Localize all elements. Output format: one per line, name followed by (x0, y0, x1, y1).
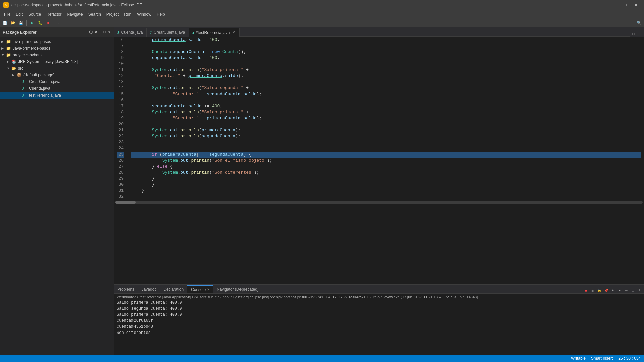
tab-declaration[interactable]: Declaration (160, 285, 187, 293)
scroll-lock-icon[interactable]: 🔒 (596, 287, 602, 293)
tree-item-jre[interactable]: ▶ 📚 JRE System Library [JavaSE-1.8] (0, 58, 114, 65)
code-lines[interactable]: primeraCuenta.saldo = 400; Cuenta segund… (128, 37, 644, 200)
code-editor[interactable]: 6 7 8 9 10 11 12 13 14 15 16 17 18 19 (114, 37, 644, 284)
java-icon: J (150, 30, 152, 34)
tree-item-test-referncia[interactable]: J testReferncia.java (0, 92, 114, 99)
tab-label: Declaration (163, 287, 184, 292)
minimize-panel-btn[interactable]: ─ (623, 287, 629, 293)
tab-problems[interactable]: Problems (114, 285, 138, 293)
view-menu-icon[interactable]: ▾ (108, 29, 111, 35)
code-line-17: segundaCuenta.saldo += 400; (131, 103, 641, 109)
open-button[interactable]: 📂 (9, 19, 17, 27)
menu-window[interactable]: Window (134, 11, 154, 17)
tab-test-referncia-java[interactable]: J *testReferncia.java ✕ (189, 28, 240, 37)
console-content: <terminated> testReferncia [Java Applica… (114, 294, 644, 355)
line-num: 11 (117, 67, 124, 73)
toolbar-separator-3 (73, 20, 73, 26)
tab-cuenta-java[interactable]: J Cuenta.java (114, 28, 147, 37)
tab-close-icon[interactable]: ✕ (207, 288, 210, 291)
editor-tabs: J Cuenta.java J CrearCuenta.java J *test… (114, 27, 644, 37)
line-num: 21 (117, 127, 124, 133)
window-controls: ─ □ ✕ (610, 0, 641, 10)
tab-navigator[interactable]: Navigator (Deprecated) (213, 285, 262, 293)
line-num: 31 (117, 188, 124, 194)
code-line-14: System.out.println("Saldo segunda " + (131, 85, 641, 91)
tree-item-crear-cuenta[interactable]: J CrearCuenta.java (0, 78, 114, 85)
back-button[interactable]: ← (56, 19, 63, 27)
minimize-button[interactable]: ─ (610, 0, 619, 10)
debug-button[interactable]: 🐛 (37, 19, 44, 27)
close-panel-icon[interactable]: ✕ (94, 29, 98, 35)
maximize-panel-icon[interactable]: □ (103, 29, 106, 35)
tab-console[interactable]: Console ✕ (187, 285, 213, 293)
code-line-12: "Cuenta: " + primeraCuenta.saldo); (131, 73, 641, 79)
tree-item-src[interactable]: ▼ 📂 src (0, 65, 114, 72)
menu-source[interactable]: Source (25, 11, 44, 17)
menu-search[interactable]: Search (86, 11, 104, 17)
clear-console-icon[interactable]: 🗑 (590, 287, 596, 293)
code-line-13 (131, 79, 641, 85)
menu-refactor[interactable]: Refactor (44, 11, 64, 17)
editor-main: 6 7 8 9 10 11 12 13 14 15 16 17 18 19 (114, 37, 644, 200)
tree-label: Cuenta.java (29, 86, 50, 91)
tree-item-proyecto-bybank[interactable]: ▼ 📁 proyecto-bybank (0, 52, 114, 58)
tab-crear-cuenta-java[interactable]: J CrearCuenta.java (147, 28, 189, 37)
view-menu-btn[interactable]: ⋮ (637, 287, 643, 293)
project-icon: 📁 (6, 53, 11, 57)
tab-javadoc[interactable]: Javadoc (138, 285, 160, 293)
tree-item-cuenta[interactable]: J Cuenta.java (0, 85, 114, 92)
folder-icon: 📁 (6, 39, 11, 44)
horizontal-scrollbar[interactable] (114, 200, 644, 204)
menu-file[interactable]: File (1, 11, 13, 17)
sidebar: Package Explorer ⬡ ✕ ─ □ ▾ ▶ 📁 java_prim… (0, 27, 114, 355)
console-line-2: Saldo segunda Cuenta: 400.0 (117, 306, 641, 312)
pin-console-icon[interactable]: 📌 (603, 287, 609, 293)
open-console-icon[interactable]: ▾ (616, 287, 623, 293)
tree-item-java-primeros-pasos[interactable]: ▶ 📁 java_primeros_pasos (0, 38, 114, 45)
code-line-20 (131, 121, 641, 127)
tree-item-default-package[interactable]: ▶ 📦 (default package) (0, 72, 114, 78)
menu-run[interactable]: Run (121, 11, 134, 17)
line-num: 20 (117, 121, 124, 127)
save-button[interactable]: 💾 (17, 19, 25, 27)
minimize-editor-icon[interactable]: ─ (637, 31, 643, 37)
menu-edit[interactable]: Edit (13, 11, 25, 17)
maximize-button[interactable]: □ (621, 0, 630, 10)
code-line-6: primeraCuenta.saldo = 400; (131, 37, 641, 43)
tab-close-icon[interactable]: ✕ (232, 30, 236, 35)
new-button[interactable]: 📄 (1, 19, 9, 27)
minimize-panel-icon[interactable]: ─ (98, 29, 102, 35)
expand-icon: ▶ (12, 73, 17, 77)
toolbar-separator-1 (26, 20, 27, 26)
close-button[interactable]: ✕ (631, 0, 641, 10)
maximize-editor-icon[interactable]: □ (631, 31, 636, 37)
menu-bar: File Edit Source Refactor Navigate Searc… (0, 10, 644, 18)
stop-console-icon[interactable]: ■ (583, 287, 589, 293)
line-num: 16 (117, 97, 124, 103)
maximize-panel-btn[interactable]: □ (630, 287, 636, 293)
toolbar-separator-2 (54, 20, 54, 26)
line-num: 14 (117, 85, 124, 91)
stop-button[interactable]: ■ (45, 19, 52, 27)
new-console-icon[interactable]: + (610, 287, 616, 293)
run-button[interactable]: ▶ (29, 19, 36, 27)
menu-project[interactable]: Project (104, 11, 121, 17)
scroll-track[interactable] (115, 201, 643, 204)
code-area: 6 7 8 9 10 11 12 13 14 15 16 17 18 19 (114, 37, 644, 200)
line-num: 15 (117, 91, 124, 97)
code-line-26: System.out.println("Son el mismo objeto"… (131, 158, 641, 164)
tree-item-java-primeros-pasos-2[interactable]: ▶ 📁 Java-primeros-pasos (0, 45, 114, 52)
line-num: 22 (117, 133, 124, 139)
scroll-thumb[interactable] (115, 201, 136, 204)
search-btn[interactable]: 🔍 (635, 19, 643, 27)
java-icon: J (117, 30, 119, 34)
status-bar: Writable Smart Insert 25 : 30 : 634 (0, 355, 644, 362)
collapse-all-icon[interactable]: ⬡ (89, 29, 93, 35)
menu-navigate[interactable]: Navigate (64, 11, 85, 17)
forward-button[interactable]: → (64, 19, 71, 27)
menu-help[interactable]: Help (154, 11, 168, 17)
writable-status: Writable (571, 356, 586, 361)
code-line-21: System.out.println(primeraCuenta); (131, 127, 641, 133)
tree-label: Java-primeros-pasos (13, 46, 50, 51)
package-explorer-title: Package Explorer (3, 30, 89, 35)
